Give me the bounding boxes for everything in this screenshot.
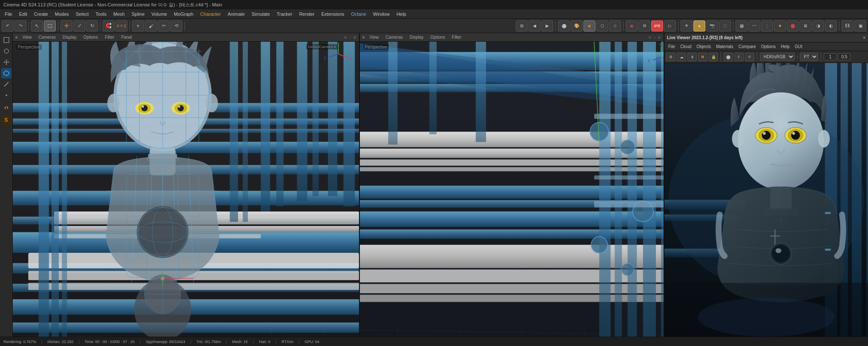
point-mode-button[interactable]: ⊹: [609, 20, 621, 31]
menu-octane[interactable]: Octane: [348, 11, 369, 17]
scale-button[interactable]: ⤢: [73, 20, 85, 31]
btn-far2[interactable]: ▣: [854, 20, 866, 31]
interactive-render-button[interactable]: ▷: [664, 20, 676, 31]
rectangle-selection-button[interactable]: [44, 20, 56, 31]
lv-btn-r[interactable]: R: [698, 53, 707, 61]
menu-simulate[interactable]: Simulate: [249, 11, 273, 17]
vp-right-cameras[interactable]: Cameras: [383, 34, 405, 40]
lv-menu-materials[interactable]: Materials: [714, 44, 736, 49]
menu-tools[interactable]: Tools: [92, 11, 109, 17]
menu-mograph[interactable]: MoGraph: [171, 11, 196, 17]
lv-pt-select[interactable]: PT: [800, 53, 818, 61]
light-button[interactable]: ☀: [681, 20, 693, 31]
btn-extra7[interactable]: ◑: [812, 20, 824, 31]
left-viewport[interactable]: ≡ View Cameras Display Options Filter Pa…: [13, 33, 360, 337]
texture-mode-button[interactable]: 🎨: [571, 20, 583, 31]
vp-left-options[interactable]: Options: [81, 34, 100, 40]
vp-left-cameras[interactable]: Cameras: [36, 34, 58, 40]
null-button[interactable]: ◌: [719, 20, 731, 31]
sidebar-btn-point[interactable]: [1, 90, 11, 100]
undo-button[interactable]: ↶: [2, 20, 14, 31]
vp-right-view[interactable]: View: [368, 34, 381, 40]
lv-btn-pause[interactable]: ⏸: [687, 53, 697, 61]
lv-menu-objects[interactable]: Objects: [694, 44, 713, 49]
btn-far1[interactable]: 🎞: [842, 20, 854, 31]
sidebar-btn-1[interactable]: [1, 35, 11, 45]
redo-button[interactable]: ↷: [14, 20, 26, 31]
lv-close-btn[interactable]: ×: [863, 35, 865, 40]
btn-extra8[interactable]: ◐: [825, 20, 837, 31]
lv-value2[interactable]: 0.5: [838, 53, 851, 60]
lv-menu-help[interactable]: Help: [779, 44, 792, 49]
lv-menu-cloud[interactable]: Cloud: [678, 44, 693, 49]
lv-btn-settings[interactable]: ⚙: [666, 53, 675, 61]
render-view-button[interactable]: ◉: [626, 20, 638, 31]
btn-extra3[interactable]: ⋮: [761, 20, 773, 31]
menu-modes[interactable]: Modes: [52, 11, 72, 17]
lv-menu-gui[interactable]: GUI: [793, 44, 805, 49]
menu-file[interactable]: File: [2, 11, 15, 17]
menu-volume[interactable]: Volume: [149, 11, 170, 17]
object-mode-button[interactable]: ⬤: [558, 20, 570, 31]
vp-right-options[interactable]: Options: [428, 34, 447, 40]
lv-btn-p[interactable]: P: [745, 53, 754, 61]
vp-left-filter[interactable]: Filter: [103, 34, 116, 40]
btn-extra1[interactable]: ▦: [736, 20, 747, 31]
btn-extra5[interactable]: ⬤: [787, 20, 799, 31]
render-settings-button[interactable]: ⚙: [638, 20, 650, 31]
add-object-button[interactable]: +: [132, 20, 144, 31]
knife-button[interactable]: ✂: [158, 20, 170, 31]
menu-help[interactable]: Help: [394, 11, 409, 17]
menu-render[interactable]: Render: [296, 11, 317, 17]
menu-character[interactable]: Character: [197, 11, 224, 17]
move-button[interactable]: ✛: [60, 20, 72, 31]
vp-left-view[interactable]: View: [20, 34, 34, 40]
lv-btn-lock[interactable]: 🔒: [709, 53, 718, 61]
sun-button[interactable]: ●: [693, 20, 705, 31]
axis-button[interactable]: X Y Z: [115, 20, 127, 31]
paint-button[interactable]: 🖌: [145, 20, 157, 31]
camera-button[interactable]: 📷: [706, 20, 718, 31]
lv-btn-cloud[interactable]: ☁: [677, 53, 686, 61]
vp-right-menu-icon[interactable]: ≡: [362, 35, 365, 40]
lv-value1[interactable]: 1: [824, 53, 836, 60]
right-viewport-canvas[interactable]: X Y Z: [360, 42, 664, 337]
lv-canvas[interactable]: [664, 63, 868, 337]
live-selection-button[interactable]: ↖: [31, 20, 43, 31]
lv-menu-compare[interactable]: Compare: [736, 44, 758, 49]
btn-extra2[interactable]: 〰: [748, 20, 760, 31]
left-viewport-canvas[interactable]: X Y Z Perspective DefaulCamera ▾ Grid Sp…: [13, 42, 359, 337]
sidebar-btn-polygon[interactable]: [1, 68, 11, 78]
menu-create[interactable]: Create: [31, 11, 51, 17]
magnet-button[interactable]: ⟲: [170, 20, 182, 31]
menu-animate[interactable]: Animate: [224, 11, 247, 17]
viewport-layout-button[interactable]: ⊞: [516, 20, 528, 31]
sidebar-btn-magnet[interactable]: [1, 104, 11, 114]
snap-button[interactable]: 🧲: [103, 20, 115, 31]
polygon-mode-button[interactable]: ◈: [583, 20, 595, 31]
vp-right-filter[interactable]: Filter: [450, 34, 463, 40]
vp-left-display[interactable]: Display: [60, 34, 79, 40]
menu-mesh[interactable]: Mesh: [110, 11, 128, 17]
right-viewport[interactable]: ≡ View Cameras Display Options Filter ⊕ …: [360, 33, 664, 337]
vp-left-menu-icon[interactable]: ≡: [15, 35, 18, 40]
lv-menu-file[interactable]: File: [666, 44, 677, 49]
btn-extra6[interactable]: 🖥: [799, 20, 811, 31]
lv-hdr-select[interactable]: HDR/sRGB: [760, 53, 795, 61]
menu-spline[interactable]: Spline: [129, 11, 148, 17]
vp-left-panel[interactable]: Panel: [119, 34, 134, 40]
sidebar-btn-s[interactable]: S: [1, 115, 11, 125]
sidebar-btn-edge[interactable]: [1, 79, 11, 89]
vp-right-display[interactable]: Display: [408, 34, 426, 40]
btn-extra4[interactable]: ★: [774, 20, 786, 31]
prev-frame-button[interactable]: ◀: [529, 20, 540, 31]
sidebar-btn-3[interactable]: [1, 57, 11, 67]
next-frame-button[interactable]: ▶: [541, 20, 553, 31]
rotate-button[interactable]: ↻: [86, 20, 98, 31]
lv-menu-options[interactable]: Options: [759, 44, 778, 49]
menu-tracker[interactable]: Tracker: [274, 11, 296, 17]
lv-btn-f[interactable]: F: [734, 53, 744, 61]
ipr-button[interactable]: IPR: [651, 20, 663, 31]
menu-window[interactable]: Window: [370, 11, 393, 17]
sidebar-btn-2[interactable]: [1, 46, 11, 56]
